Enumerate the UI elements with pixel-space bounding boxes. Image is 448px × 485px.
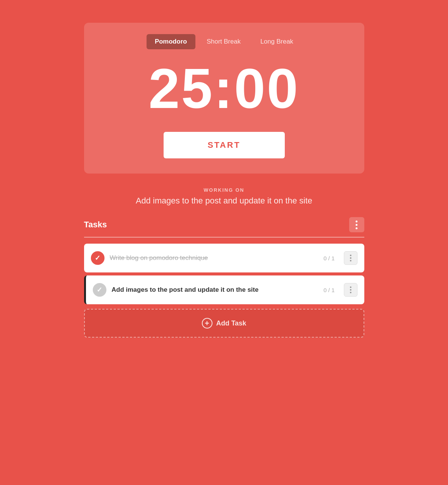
task-three-dots-icon [350, 286, 351, 293]
tasks-header: Tasks [84, 217, 364, 238]
task-checkbox-pending[interactable]: ✓ [93, 283, 106, 297]
three-dots-icon [356, 221, 357, 229]
working-on-task: Add images to the post and update it on … [84, 196, 364, 206]
task-count: 0 / 1 [323, 255, 334, 261]
start-button[interactable]: START [164, 132, 285, 158]
timer-card: Pomodoro Short Break Long Break 25:00 ST… [84, 23, 364, 174]
task-options-button[interactable] [344, 283, 357, 297]
timer-tabs: Pomodoro Short Break Long Break [147, 34, 302, 49]
tab-short-break[interactable]: Short Break [198, 34, 249, 49]
tasks-menu-button[interactable] [349, 217, 364, 232]
task-item: ✓ Write blog on pomodoro technique 0 / 1 [84, 244, 364, 272]
working-on-label: WORKING ON [84, 187, 364, 193]
app-container: Pomodoro Short Break Long Break 25:00 ST… [84, 23, 364, 338]
task-options-button[interactable] [344, 251, 357, 265]
plus-circle-icon: + [202, 318, 212, 329]
tab-long-break[interactable]: Long Break [252, 34, 301, 49]
task-item-active: ✓ Add images to the post and update it o… [84, 275, 364, 304]
add-task-label: Add Task [216, 319, 247, 327]
task-three-dots-icon [350, 255, 351, 261]
task-checkbox-completed[interactable]: ✓ [91, 251, 105, 265]
working-on-section: WORKING ON Add images to the post and up… [84, 187, 364, 206]
tasks-title: Tasks [84, 220, 107, 230]
tab-pomodoro[interactable]: Pomodoro [147, 34, 195, 49]
task-text: Write blog on pomodoro technique [110, 253, 318, 263]
checkmark-icon: ✓ [95, 254, 100, 262]
checkmark-icon: ✓ [97, 286, 102, 294]
tasks-section: Tasks ✓ Write blog on pomodoro technique… [84, 217, 364, 338]
task-text: Add images to the post and update it on … [112, 285, 318, 294]
task-count: 0 / 1 [323, 287, 334, 293]
timer-display: 25:00 [148, 61, 300, 117]
add-task-button[interactable]: + Add Task [84, 309, 364, 338]
